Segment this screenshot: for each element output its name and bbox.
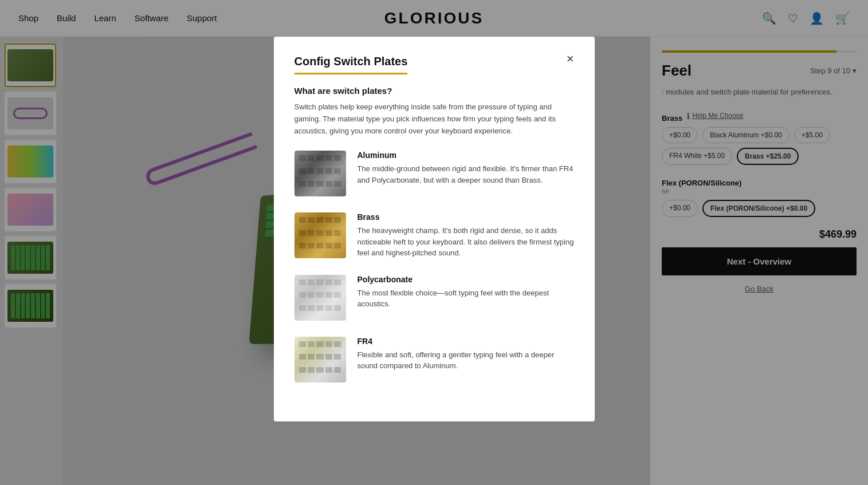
modal-intro-text: Switch plates help keep everything insid… bbox=[294, 101, 574, 137]
material-description: Flexible and soft, offering a gentler ty… bbox=[358, 349, 574, 372]
modal-overlay[interactable]: Config Switch Plates × What are switch p… bbox=[0, 0, 868, 485]
modal-close-button[interactable]: × bbox=[567, 53, 574, 65]
material-item: BrassThe heavyweight champ. It's both ri… bbox=[294, 212, 574, 259]
modal-box: Config Switch Plates × What are switch p… bbox=[274, 37, 595, 421]
modal-title-underline bbox=[294, 73, 408, 74]
material-name: Aluminum bbox=[358, 151, 574, 160]
material-item: FR4Flexible and soft, offering a gentler… bbox=[294, 337, 574, 383]
material-description: The middle-ground between rigid and flex… bbox=[358, 163, 574, 186]
modal-header: Config Switch Plates × bbox=[294, 55, 574, 74]
material-name: FR4 bbox=[358, 337, 574, 346]
material-name: Polycarbonate bbox=[358, 275, 574, 284]
modal-section-title: What are switch plates? bbox=[294, 86, 574, 96]
modal-title-group: Config Switch Plates bbox=[294, 55, 408, 74]
material-description: The most flexible choice—soft typing fee… bbox=[358, 287, 574, 310]
material-name: Brass bbox=[358, 212, 574, 222]
materials-list: AluminumThe middle-ground between rigid … bbox=[294, 151, 574, 383]
material-item: AluminumThe middle-ground between rigid … bbox=[294, 151, 574, 196]
modal-title: Config Switch Plates bbox=[294, 55, 408, 68]
material-description: The heavyweight champ. It's both rigid a… bbox=[358, 225, 574, 259]
material-item: PolycarbonateThe most flexible choice—so… bbox=[294, 275, 574, 321]
